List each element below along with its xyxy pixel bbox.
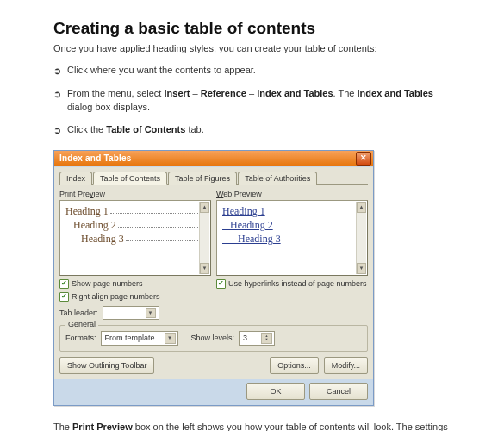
dialog-title: Index and Tables	[59, 153, 356, 163]
levels-label: Show levels:	[191, 334, 235, 342]
bullet-icon: ➲	[53, 87, 67, 115]
chevron-down-icon: ▼	[202, 265, 208, 271]
scroll-down-button[interactable]: ▼	[200, 263, 209, 274]
bullet-text: Click where you want the contents to app…	[67, 64, 451, 78]
bullet-text: From the menu, select Insert – Reference…	[67, 87, 451, 115]
formats-select[interactable]: From template ▼	[101, 331, 178, 346]
checkbox-icon[interactable]	[59, 292, 69, 302]
print-preview-box: Heading 11 Heading 23 Heading 35 ▲ ▼	[59, 200, 211, 276]
tab-index[interactable]: Index	[59, 172, 92, 185]
formats-label: Formats:	[65, 334, 96, 342]
close-button[interactable]: ✕	[356, 152, 371, 166]
web-preview-label: Web Preview	[216, 190, 368, 198]
page-title: Creating a basic table of contents	[53, 19, 451, 38]
formats-value: From template	[105, 334, 155, 342]
bullet-item: ➲ Click where you want the contents to a…	[53, 64, 451, 78]
bullet-text: Click the Table of Contents tab.	[67, 123, 451, 138]
option-label: Show page numbers	[72, 279, 143, 288]
tab-table-of-authorities[interactable]: Table of Authorities	[238, 172, 317, 185]
bullet-icon: ➲	[53, 123, 67, 138]
chevron-down-icon: ▼	[146, 308, 156, 318]
close-icon: ✕	[360, 154, 367, 162]
ok-button[interactable]: OK	[246, 383, 305, 400]
modify-button[interactable]: Modify...	[324, 357, 368, 374]
tab-table-of-contents[interactable]: Table of Contents	[93, 172, 167, 185]
right-align-option[interactable]: Right align page numbers	[59, 292, 211, 302]
levels-value: 3	[243, 334, 247, 342]
option-label: Right align page numbers	[72, 292, 160, 301]
levels-spinner[interactable]: 3 ▲▼	[239, 331, 275, 346]
bullet-icon: ➲	[53, 64, 67, 78]
checkbox-icon[interactable]	[59, 279, 69, 289]
tab-leader-select[interactable]: ....... ▼	[103, 306, 159, 320]
scroll-down-button[interactable]: ▼	[357, 263, 366, 274]
chevron-down-icon: ▼	[165, 333, 176, 344]
web-preview-box: Heading 1 Heading 2 Heading 3 ▲ ▼	[216, 200, 368, 276]
cancel-button[interactable]: Cancel	[309, 383, 368, 400]
titlebar[interactable]: Index and Tables ✕	[54, 151, 373, 166]
intro-text: Once you have applied heading styles, yo…	[53, 43, 451, 53]
checkbox-icon[interactable]	[216, 279, 226, 289]
general-fieldset: General Formats: From template ▼ Show le…	[59, 325, 368, 352]
scrollbar[interactable]: ▲ ▼	[199, 202, 209, 274]
tab-table-of-figures[interactable]: Table of Figures	[168, 172, 237, 185]
scrollbar[interactable]: ▲ ▼	[356, 202, 366, 274]
tabs: Index Table of Contents Table of Figures…	[59, 171, 368, 185]
chevron-up-icon: ▲	[202, 204, 208, 209]
bullet-list: ➲ Click where you want the contents to a…	[53, 64, 451, 138]
tab-leader-label: Tab leader:	[59, 309, 98, 317]
print-preview-label: Print Preview	[59, 190, 211, 198]
chevron-up-icon: ▲	[359, 204, 364, 209]
spinner-icon: ▲▼	[261, 333, 272, 344]
bullet-item: ➲ From the menu, select Insert – Referen…	[53, 87, 451, 115]
use-hyperlinks-option[interactable]: Use hyperlinks instead of page numbers	[216, 279, 368, 289]
chevron-down-icon: ▼	[359, 265, 364, 271]
bullet-item: ➲ Click the Table of Contents tab.	[53, 123, 451, 138]
show-outlining-toolbar-button[interactable]: Show Outlining Toolbar	[59, 357, 154, 374]
option-label: Use hyperlinks instead of page numbers	[228, 279, 367, 288]
caption-text: The Print Preview box on the left shows …	[53, 420, 451, 431]
general-legend: General	[65, 320, 98, 328]
show-page-numbers-option[interactable]: Show page numbers	[59, 279, 211, 289]
options-button[interactable]: Options...	[270, 357, 319, 374]
index-and-tables-dialog: Index and Tables ✕ Index Table of Conten…	[53, 150, 374, 406]
tab-leader-value: .......	[106, 309, 128, 317]
